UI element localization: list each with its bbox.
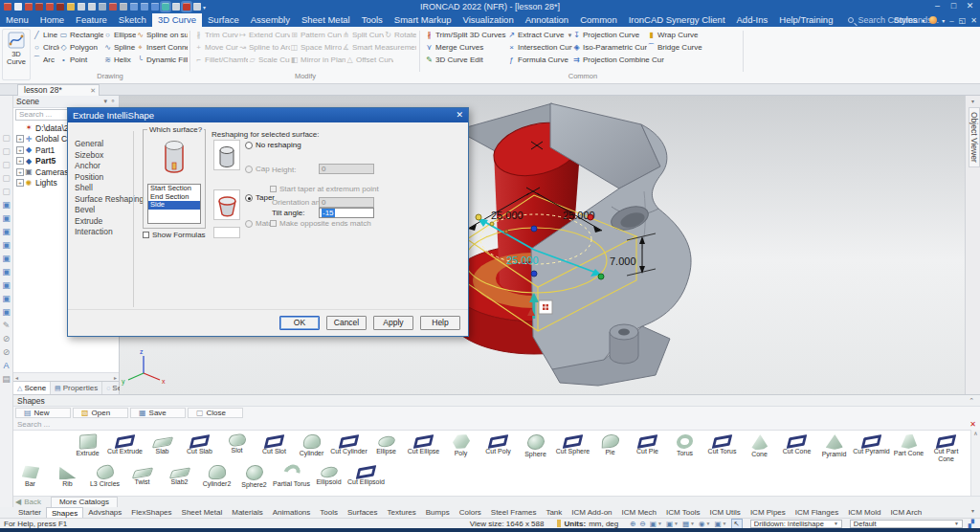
catalog-search-input[interactable]: Search ... ✕ (0, 419, 980, 430)
view-toolbar-icon[interactable]: ✎ (3, 321, 11, 330)
dimension-section[interactable]: 25.000 (506, 255, 539, 266)
view-toolbar-icon[interactable]: ▢ (2, 174, 11, 183)
menu-tab[interactable]: Feature (70, 13, 113, 27)
catalog-shape[interactable]: Slab (144, 433, 181, 455)
quick-access-icon[interactable] (120, 3, 127, 11)
ribbon-button[interactable]: ≋Helix (103, 55, 136, 64)
help-icon[interactable] (929, 16, 937, 24)
dialog-nav-item[interactable]: Anchor (75, 161, 132, 172)
minimize-button[interactable]: – (929, 0, 946, 13)
view-toolbar-icon[interactable]: A (3, 362, 9, 370)
doc-minimize-button[interactable]: – (949, 16, 953, 25)
tree-expander-icon[interactable] (16, 168, 24, 176)
menu-tab[interactable]: Sheet Metal (296, 13, 356, 27)
menu-tab[interactable]: Help/Training (773, 13, 838, 27)
quick-access-icon[interactable] (46, 3, 54, 11)
doc-restore-button[interactable]: ◱ (959, 16, 967, 25)
quick-access-icon[interactable] (99, 3, 106, 11)
ribbon-button[interactable]: ╱Line (33, 31, 59, 39)
panel-pin-icon[interactable]: ⚬ (110, 98, 116, 105)
start-taper-checkbox[interactable]: Start taper at extremum point (270, 185, 379, 193)
tree-expander-icon[interactable] (16, 146, 24, 154)
catalog-tab[interactable]: ICM Pipes (746, 507, 791, 518)
ribbon-button[interactable]: ∦Trim/Split 3D Curves (425, 31, 507, 39)
qat-overflow-caret[interactable]: ▾ (203, 4, 206, 11)
catalog-close-icon[interactable]: ✕ (969, 420, 976, 429)
view-toolbar-icon[interactable]: ⊘ (3, 348, 11, 357)
quick-access-icon[interactable] (88, 3, 96, 11)
quick-access-icon[interactable] (25, 3, 33, 11)
quick-access-icon[interactable] (172, 3, 180, 11)
ribbon-button[interactable]: ▮Wrap Curve (647, 31, 702, 39)
catalog-tab[interactable]: Surfaces (343, 507, 383, 518)
ribbon-button[interactable]: +Move Curve (194, 43, 238, 52)
tree-expander-icon[interactable] (16, 157, 24, 165)
dialog-nav-item[interactable]: Bevel (75, 205, 132, 216)
ribbon-button[interactable]: ×Intersection Curve (507, 43, 572, 52)
quick-access-icon[interactable] (109, 3, 117, 11)
view-toolbar-icon[interactable]: ▣ (2, 241, 11, 250)
status-end-icon[interactable]: ▞ (969, 520, 974, 528)
catalog-toolbar-button[interactable]: ▢ Close (188, 408, 243, 418)
catalog-back-button[interactable]: ◀Back (15, 498, 41, 506)
dialog-button[interactable]: Cancel (326, 316, 367, 330)
catalog-tab[interactable]: ICM Tools (661, 507, 704, 518)
quick-access-icon[interactable] (183, 3, 190, 11)
quick-access-icon[interactable] (193, 3, 201, 11)
ribbon-button[interactable]: ◈Iso-Parametric Curve (572, 43, 647, 52)
view-toolbar-icon[interactable]: ⊘ (3, 335, 11, 344)
catalog-tab[interactable]: Starter (13, 507, 46, 518)
status-tool-icon[interactable]: ⊖ (640, 520, 646, 528)
taper-radio[interactable]: Taper (245, 193, 275, 202)
surface-list-item[interactable]: Side (148, 201, 200, 210)
catalog-shape[interactable]: Cut Poly (479, 433, 517, 455)
catalog-shape[interactable]: Ellipse (368, 433, 405, 455)
orientation-angle-field[interactable]: 0 (319, 197, 374, 208)
menu-tab[interactable]: 3D Curve (152, 13, 202, 27)
catalog-shape[interactable]: Cut Cone (778, 433, 815, 455)
ribbon-button[interactable]: ƒFormula Curve (507, 55, 572, 64)
view-toolbar-icon[interactable]: ▣ (2, 214, 11, 223)
view-toolbar-icon[interactable]: ▣ (2, 255, 11, 263)
ribbon-button[interactable]: ∦Trim Curve (194, 31, 238, 39)
ribbon-button[interactable]: ⋔Split Curve (342, 31, 384, 39)
ribbon-button[interactable]: ▱Scale Curve (248, 55, 290, 64)
view-toolbar-icon[interactable]: ▣ (2, 228, 11, 236)
scroll-right-icon[interactable]: ▸ (114, 374, 117, 381)
ribbon-button[interactable]: ◫Space Mirror (290, 43, 342, 52)
catalog-shape[interactable]: Cut Pie (629, 433, 666, 455)
menu-tab[interactable]: Visualization (457, 13, 520, 27)
status-tool-icon[interactable]: ▦▼ (682, 520, 695, 528)
dialog-title-bar[interactable]: Extrude IntelliShape ✕ (68, 108, 468, 122)
make-opposite-checkbox[interactable]: Make opposite ends match (270, 219, 371, 228)
view-toolbar-icon[interactable]: ▣ (2, 308, 11, 317)
configuration-select[interactable]: Default ▼ (850, 520, 963, 528)
catalog-tab[interactable]: FlexShapes (126, 507, 176, 518)
ribbon-button[interactable]: ∿Spline on surface (136, 31, 188, 39)
ribbon-button[interactable]: ⌒Bridge Curve (647, 42, 702, 53)
panel-tab[interactable]: ▤Properties (51, 382, 102, 394)
catalog-shape[interactable]: Slot (218, 433, 256, 454)
sizebox-handle-yellow[interactable] (476, 214, 481, 220)
catalog-tab[interactable]: Advshaps (83, 507, 126, 518)
catalog-shape[interactable]: Cut Pyramid (853, 433, 890, 455)
catalog-shape[interactable]: Sphere (517, 433, 554, 458)
quick-access-icon[interactable] (78, 3, 85, 11)
sizebox-handle-blue-top[interactable] (531, 226, 537, 232)
status-tool-icon[interactable]: ▣▼ (715, 520, 727, 528)
view-toolbar-icon[interactable]: ▣ (2, 268, 11, 277)
quick-access-icon[interactable] (130, 3, 138, 11)
menu-tab[interactable]: Menu (0, 13, 34, 27)
catalog-tab[interactable]: ICM Add-on (567, 507, 616, 518)
ribbon-button[interactable]: ◇Polygon (59, 43, 103, 52)
catalog-shape[interactable]: Cut Sphere (554, 433, 591, 455)
catalog-tab[interactable]: Tank (541, 507, 567, 518)
catalog-tab[interactable]: Colors (455, 507, 486, 518)
quick-access-icon[interactable] (151, 3, 159, 11)
ribbon-button[interactable]: ↧Projection Curve (572, 31, 647, 39)
ribbon-button[interactable]: ○Circle (33, 43, 59, 52)
ribbon-button[interactable]: ↝Spline to Arc (238, 43, 290, 52)
catalog-shape[interactable]: Cut Slot (256, 433, 293, 455)
catalog-tab[interactable]: Textures (383, 507, 421, 518)
show-formulas-checkbox[interactable]: Show Formulas (143, 231, 206, 239)
